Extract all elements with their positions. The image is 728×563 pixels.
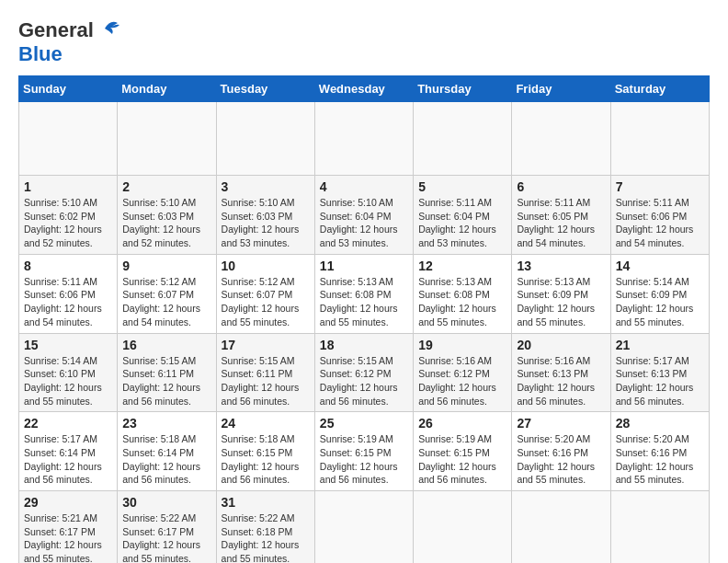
calendar-cell: 5Sunrise: 5:11 AMSunset: 6:04 PMDaylight… [414,176,512,255]
day-number: 13 [517,259,605,273]
day-info: Sunrise: 5:15 AMSunset: 6:11 PMDaylight:… [222,354,310,408]
calendar-cell: 23Sunrise: 5:18 AMSunset: 6:14 PMDayligh… [118,412,216,491]
calendar-cell [216,102,314,176]
day-info: Sunrise: 5:15 AMSunset: 6:11 PMDaylight:… [122,354,210,408]
day-number: 9 [122,259,210,273]
day-number: 22 [24,416,112,431]
calendar-cell: 25Sunrise: 5:19 AMSunset: 6:15 PMDayligh… [314,412,413,491]
day-number: 23 [122,416,210,431]
day-info: Sunrise: 5:12 AMSunset: 6:07 PMDaylight:… [122,275,210,329]
calendar-week-row: 15Sunrise: 5:14 AMSunset: 6:10 PMDayligh… [19,333,710,412]
day-number: 19 [418,338,506,352]
day-info: Sunrise: 5:21 AMSunset: 6:17 PMDaylight:… [24,511,112,563]
day-info: Sunrise: 5:16 AMSunset: 6:12 PMDaylight:… [418,354,506,408]
day-info: Sunrise: 5:16 AMSunset: 6:13 PMDaylight:… [517,354,605,408]
calendar-cell: 7Sunrise: 5:11 AMSunset: 6:06 PMDaylight… [610,176,709,255]
calendar-cell: 16Sunrise: 5:15 AMSunset: 6:11 PMDayligh… [118,333,216,412]
calendar-cell: 15Sunrise: 5:14 AMSunset: 6:10 PMDayligh… [19,333,118,412]
calendar-cell: 11Sunrise: 5:13 AMSunset: 6:08 PMDayligh… [314,254,413,333]
calendar-cell: 12Sunrise: 5:13 AMSunset: 6:08 PMDayligh… [414,254,512,333]
calendar-cell [610,102,709,176]
day-number: 3 [222,179,310,194]
logo: General Blue [18,18,121,66]
day-info: Sunrise: 5:10 AMSunset: 6:04 PMDaylight:… [320,196,408,250]
day-number: 5 [418,179,506,194]
calendar-cell: 4Sunrise: 5:10 AMSunset: 6:04 PMDaylight… [314,176,413,255]
day-info: Sunrise: 5:17 AMSunset: 6:14 PMDaylight:… [24,432,112,487]
day-number: 15 [24,338,112,352]
day-info: Sunrise: 5:20 AMSunset: 6:16 PMDaylight:… [616,432,704,487]
day-of-week-header: Sunday [19,76,118,102]
calendar-cell: 8Sunrise: 5:11 AMSunset: 6:06 PMDaylight… [19,254,118,333]
calendar-cell [314,102,413,176]
day-info: Sunrise: 5:12 AMSunset: 6:07 PMDaylight:… [222,275,310,329]
day-info: Sunrise: 5:11 AMSunset: 6:06 PMDaylight:… [24,275,112,329]
calendar-cell: 6Sunrise: 5:11 AMSunset: 6:05 PMDaylight… [512,176,610,255]
day-info: Sunrise: 5:14 AMSunset: 6:10 PMDaylight:… [24,354,112,408]
day-number: 4 [320,179,408,194]
day-number: 7 [616,179,704,194]
day-number: 11 [320,259,408,273]
day-number: 28 [616,416,704,431]
calendar-cell [512,102,610,176]
day-info: Sunrise: 5:19 AMSunset: 6:15 PMDaylight:… [320,432,408,487]
day-info: Sunrise: 5:10 AMSunset: 6:02 PMDaylight:… [24,196,112,250]
day-info: Sunrise: 5:18 AMSunset: 6:14 PMDaylight:… [122,432,210,487]
day-info: Sunrise: 5:11 AMSunset: 6:06 PMDaylight:… [616,196,704,250]
calendar-cell: 31Sunrise: 5:22 AMSunset: 6:18 PMDayligh… [216,491,314,564]
day-info: Sunrise: 5:13 AMSunset: 6:08 PMDaylight:… [320,275,408,329]
day-number: 1 [24,179,112,194]
calendar-cell: 10Sunrise: 5:12 AMSunset: 6:07 PMDayligh… [216,254,314,333]
calendar-cell: 9Sunrise: 5:12 AMSunset: 6:07 PMDaylight… [118,254,216,333]
day-info: Sunrise: 5:17 AMSunset: 6:13 PMDaylight:… [616,354,704,408]
day-number: 31 [222,495,310,510]
calendar-cell: 13Sunrise: 5:13 AMSunset: 6:09 PMDayligh… [512,254,610,333]
day-info: Sunrise: 5:14 AMSunset: 6:09 PMDaylight:… [616,275,704,329]
day-number: 20 [517,338,605,352]
day-number: 29 [24,495,112,510]
day-number: 25 [320,416,408,431]
calendar-cell: 30Sunrise: 5:22 AMSunset: 6:17 PMDayligh… [118,491,216,564]
calendar-cell: 26Sunrise: 5:19 AMSunset: 6:15 PMDayligh… [414,412,512,491]
day-info: Sunrise: 5:11 AMSunset: 6:04 PMDaylight:… [418,196,506,250]
day-info: Sunrise: 5:22 AMSunset: 6:17 PMDaylight:… [122,511,210,563]
day-info: Sunrise: 5:22 AMSunset: 6:18 PMDaylight:… [222,511,310,563]
day-of-week-header: Friday [512,76,610,102]
calendar-cell: 2Sunrise: 5:10 AMSunset: 6:03 PMDaylight… [118,176,216,255]
calendar-cell: 1Sunrise: 5:10 AMSunset: 6:02 PMDaylight… [19,176,118,255]
day-number: 8 [24,259,112,273]
calendar-cell [610,491,709,564]
day-number: 16 [122,338,210,352]
calendar-week-row: 22Sunrise: 5:17 AMSunset: 6:14 PMDayligh… [19,412,710,491]
day-number: 17 [222,338,310,352]
day-number: 18 [320,338,408,352]
day-of-week-header: Tuesday [216,76,314,102]
calendar-cell: 3Sunrise: 5:10 AMSunset: 6:03 PMDaylight… [216,176,314,255]
calendar-cell [512,491,610,564]
calendar-cell: 19Sunrise: 5:16 AMSunset: 6:12 PMDayligh… [414,333,512,412]
day-info: Sunrise: 5:11 AMSunset: 6:05 PMDaylight:… [517,196,605,250]
calendar-cell: 29Sunrise: 5:21 AMSunset: 6:17 PMDayligh… [19,491,118,564]
day-info: Sunrise: 5:15 AMSunset: 6:12 PMDaylight:… [320,354,408,408]
calendar-week-row: 1Sunrise: 5:10 AMSunset: 6:02 PMDaylight… [19,176,710,255]
calendar-cell: 28Sunrise: 5:20 AMSunset: 6:16 PMDayligh… [610,412,709,491]
day-info: Sunrise: 5:13 AMSunset: 6:08 PMDaylight:… [418,275,506,329]
day-info: Sunrise: 5:20 AMSunset: 6:16 PMDaylight:… [517,432,605,487]
calendar-table: SundayMondayTuesdayWednesdayThursdayFrid… [18,75,710,563]
logo-bird-icon [97,19,121,38]
calendar-cell: 27Sunrise: 5:20 AMSunset: 6:16 PMDayligh… [512,412,610,491]
calendar-cell [118,102,216,176]
calendar-cell [19,102,118,176]
calendar-cell: 18Sunrise: 5:15 AMSunset: 6:12 PMDayligh… [314,333,413,412]
calendar-cell [414,102,512,176]
calendar-cell: 21Sunrise: 5:17 AMSunset: 6:13 PMDayligh… [610,333,709,412]
day-number: 21 [616,338,704,352]
day-of-week-header: Thursday [414,76,512,102]
logo-general: General [18,18,94,42]
calendar-cell [414,491,512,564]
calendar-cell: 17Sunrise: 5:15 AMSunset: 6:11 PMDayligh… [216,333,314,412]
day-info: Sunrise: 5:10 AMSunset: 6:03 PMDaylight:… [122,196,210,250]
day-number: 10 [222,259,310,273]
day-of-week-header: Monday [118,76,216,102]
calendar-cell: 22Sunrise: 5:17 AMSunset: 6:14 PMDayligh… [19,412,118,491]
